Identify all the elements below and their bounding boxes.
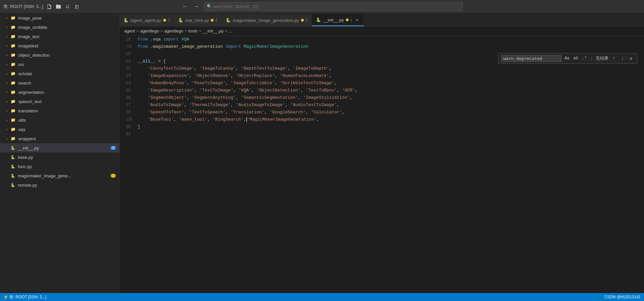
new-folder-icon[interactable]: [55, 3, 62, 10]
code-line: 18from .vqa import VQA: [120, 36, 644, 43]
chevron-icon: ›: [5, 90, 9, 94]
tab-badge-num: 2: [306, 18, 308, 22]
sidebar-item-segmentation[interactable]: ›📁segmentation: [0, 88, 119, 97]
code-token: 'DepthTextToImage': [241, 66, 287, 71]
sidebar-item-label: __init__.py: [18, 146, 39, 150]
chevron-icon: ›: [5, 128, 9, 131]
code-token: ,: [187, 95, 192, 100]
sidebar-item-image_text[interactable]: ›📁image_text: [0, 32, 119, 41]
tab-one_click[interactable]: 🐍one_click.py2: [174, 14, 222, 26]
code-token: .vqa: [148, 37, 163, 42]
tab-__init__[interactable]: 🐍__init__.py1✕: [312, 14, 364, 26]
line-code[interactable]: ]: [136, 123, 644, 131]
sidebar-item-object_detection[interactable]: ›📁object_detection: [0, 50, 119, 60]
line-code[interactable]: 'CannyTextToImage', 'ImageToCanny', 'Dep…: [136, 65, 644, 72]
code-token: ,: [329, 73, 332, 78]
sidebar-item-label: translation: [18, 108, 38, 113]
status-bar: ⚡ 类: ROOT [SSH: 3...] CSDN @h52013141: [0, 293, 644, 301]
code-token: 'CannyTextToImage': [148, 66, 194, 71]
tab-label: one_click.py: [185, 18, 209, 23]
code-token: ,: [231, 73, 236, 78]
code-token: ,: [355, 88, 358, 93]
main-area: ›📁image_pose›📁image_scribble›📁image_text…: [0, 13, 644, 293]
find-input[interactable]: [501, 55, 562, 62]
code-token: import: [163, 37, 179, 42]
code-token: 'Translation': [231, 110, 264, 115]
code-line: 22 'CannyTextToImage', 'ImageToCanny', '…: [120, 65, 644, 72]
sidebar-item-basepy[interactable]: 🐍base.py: [0, 152, 119, 162]
sidebar-item-__init__py[interactable]: 🐍__init__.py1: [0, 143, 119, 152]
sidebar-item-imagebind[interactable]: ›📁imagebind: [0, 41, 119, 50]
code-token: ,: [236, 66, 241, 71]
code-token: [179, 37, 182, 42]
line-code[interactable]: 'HumanBodyPose', 'PoseToImage', 'ImageTo…: [136, 80, 644, 87]
sidebar-item-image_pose[interactable]: ›📁image_pose: [0, 13, 119, 23]
find-prev-btn[interactable]: ↑: [610, 55, 617, 62]
line-code[interactable]: 'SpeechToText', 'TextToSpeech', 'Transla…: [136, 109, 644, 116]
chevron-icon: ›: [5, 81, 9, 85]
breadcrumb-segment: tools: [189, 29, 198, 33]
line-code[interactable]: from .magicmaker_image_generation import…: [136, 43, 644, 50]
sidebar-item-image_scribble[interactable]: ›📁image_scribble: [0, 23, 119, 32]
line-code[interactable]: 'ImageExpansion', 'ObjectRemove', 'Objec…: [136, 72, 644, 80]
item-badge: 2: [111, 174, 116, 178]
back-button[interactable]: ←: [181, 2, 189, 11]
line-number: 23: [120, 72, 136, 80]
find-match-case-btn[interactable]: Aa: [564, 55, 570, 62]
line-code[interactable]: from .vqa import VQA: [136, 36, 644, 43]
code-line: 27 'AudioToImage', 'ThermalToImage', 'Au…: [120, 101, 644, 109]
line-code[interactable]: 'AudioToImage', 'ThermalToImage', 'Audio…: [136, 101, 644, 109]
code-token: ,: [184, 110, 189, 115]
sidebar-item-search[interactable]: ›📁search: [0, 78, 119, 88]
line-code[interactable]: [136, 131, 644, 138]
find-next-btn[interactable]: ↓: [619, 55, 626, 62]
global-search-bar[interactable]: 🔍: [204, 2, 463, 11]
line-code[interactable]: 'SegmentObject', 'SegmentAnything', 'Sem…: [136, 94, 644, 101]
global-search-input[interactable]: [214, 4, 460, 9]
sidebar-item-remotepy[interactable]: 🐍remote.py: [0, 180, 119, 190]
code-token: ,: [285, 102, 290, 107]
code-token: ,: [337, 88, 342, 93]
code-line: 30]: [120, 123, 644, 131]
folder-icon: 📁: [11, 136, 16, 141]
collapse-all-icon[interactable]: [74, 3, 80, 10]
code-token: 'BingSearch': [212, 117, 244, 122]
tab-magicmaker_image_generation[interactable]: 🐍magicmaker_image_generation.py2: [222, 14, 312, 26]
sidebar-item-vqa[interactable]: ›📁vqa: [0, 125, 119, 134]
status-remote[interactable]: ⚡ 类: ROOT [SSH: 3...]: [3, 294, 46, 300]
sidebar-item-wrappers[interactable]: ›📁wrappers: [0, 134, 119, 143]
code-token: 'Calculator': [311, 110, 342, 115]
breadcrumb-segment: agentlego: [164, 29, 183, 33]
sidebar-item-magicmaker_image_gene[interactable]: 🐍magicmaker_image_gene...2: [0, 171, 119, 180]
tab-close-btn[interactable]: ✕: [355, 17, 360, 23]
find-whole-word-btn[interactable]: ab: [572, 55, 579, 62]
code-token: [137, 95, 148, 100]
code-token: ,: [225, 110, 231, 115]
chevron-icon: ›: [5, 53, 9, 57]
sidebar-item-scholar[interactable]: ›📁scholar: [0, 69, 119, 78]
status-left: ⚡ 类: ROOT [SSH: 3...]: [3, 294, 46, 300]
tab-label: lagent_agent.py: [130, 18, 161, 23]
line-number: 24: [120, 80, 136, 87]
forward-button[interactable]: →: [193, 2, 200, 11]
sidebar-item-ocr[interactable]: ›📁ocr: [0, 60, 119, 69]
find-regex-btn[interactable]: .*: [581, 55, 588, 62]
find-close-btn[interactable]: ✕: [628, 55, 634, 62]
code-token: 'VQA': [238, 88, 251, 93]
sidebar-item-utils[interactable]: ›📁utils: [0, 115, 119, 125]
sidebar-item-funcpy[interactable]: 🐍func.py: [0, 162, 119, 171]
code-editor[interactable]: 18from .vqa import VQA19from .magicmaker…: [120, 36, 644, 293]
breadcrumb-segment: agent: [124, 29, 135, 33]
sidebar-item-translation[interactable]: ›📁translation: [0, 106, 119, 115]
sidebar-item-speech_text[interactable]: ›📁speech_text: [0, 97, 119, 106]
code-token: 'TextToSpeech': [189, 110, 225, 115]
line-code[interactable]: 'ImageDescription', 'TextToImage', 'VQA'…: [136, 87, 644, 94]
tab-lagent_agent[interactable]: 🐍lagent_agent.py7: [120, 14, 174, 26]
tab-label: magicmaker_image_generation.py: [233, 18, 299, 23]
line-code[interactable]: 'BaseTool', 'make_tool', 'BingSearch','M…: [136, 116, 644, 123]
folder-icon: 📁: [11, 108, 16, 113]
tab-badge: [346, 19, 349, 21]
new-file-icon[interactable]: [46, 3, 52, 10]
line-number: 21: [120, 58, 136, 65]
refresh-icon[interactable]: [64, 3, 71, 10]
